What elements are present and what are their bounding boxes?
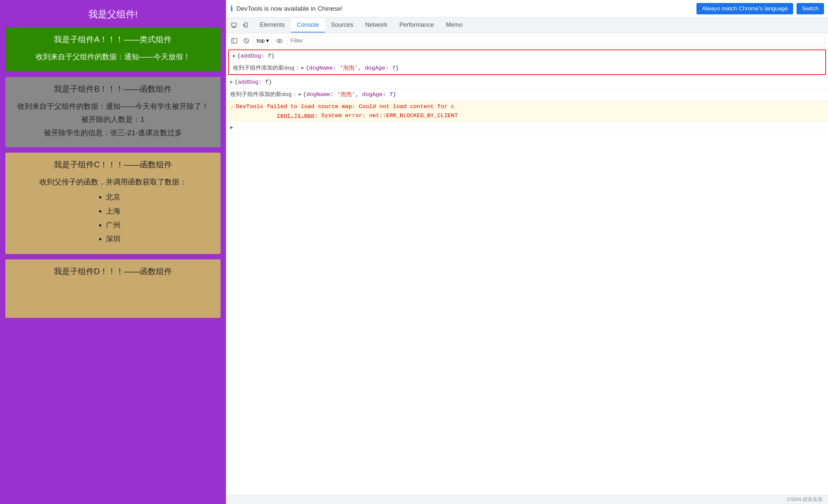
child-a-title: 我是子组件A！！！——类式组件	[13, 34, 212, 45]
warning-text: DevTools failed to load source map: Coul…	[236, 102, 458, 120]
tab-network[interactable]: Network	[359, 18, 393, 33]
tab-memo[interactable]: Memo	[440, 18, 468, 33]
child-b-body: 收到来自于父组件的数据：通知——今天有学生被开除了！ 被开除的人数是：1 被开除…	[13, 100, 212, 139]
console-clear-button[interactable]	[242, 36, 251, 45]
child-c-intro: 收到父传子的函数，并调用函数获取了数据：	[13, 175, 212, 189]
svg-point-10	[279, 40, 280, 42]
child-d-title: 我是子组件D！！！——函数组件	[13, 266, 212, 277]
console-warning-line: ⚠ DevTools failed to load source map: Co…	[226, 101, 828, 122]
svg-point-9	[277, 39, 282, 42]
console-eye-button[interactable]	[275, 36, 284, 45]
chevron-down-icon: ▾	[266, 37, 269, 44]
console-obj-1: {addDog: f}	[237, 51, 275, 60]
console-expand-chevron[interactable]: ▶	[230, 124, 233, 131]
tab-performance[interactable]: Performance	[393, 18, 440, 33]
svg-point-3	[246, 26, 246, 27]
svg-rect-0	[232, 23, 236, 27]
notification-text: DevTools is now available in Chinese!	[236, 5, 693, 12]
bottom-bar: CSDN @东东东	[226, 495, 828, 504]
child-a: 我是子组件A！！！——类式组件 收到来自于父组件的数据：通知——今天放假！	[5, 28, 220, 72]
console-obj-2: {dogName: '泡泡', dogAge: 7}	[305, 64, 399, 73]
inspect-icon[interactable]	[229, 20, 239, 31]
toolbar-icons	[226, 20, 254, 31]
console-context-select[interactable]: top ▾	[254, 36, 272, 45]
console-output: ▶ {addDog: f} 收到子组件添加的新dog： ▶ {dogName: …	[226, 48, 828, 495]
devtools-tabs-bar: Elements Console Sources Network Perform…	[226, 17, 828, 34]
expand-arrow-3[interactable]: ▶	[230, 78, 233, 86]
console-filter-input[interactable]	[287, 36, 825, 46]
tab-console[interactable]: Console	[291, 18, 325, 33]
footer-text: CSDN @东东东	[787, 496, 823, 503]
list-item: 广州	[106, 218, 121, 232]
info-icon: ℹ	[230, 4, 233, 13]
svg-line-8	[245, 39, 248, 42]
console-line-1: ▶ {addDog: f}	[229, 50, 825, 62]
svg-rect-4	[243, 24, 244, 26]
console-line-4: 收到子组件添加的新dog： ▶ {dogName: '泡泡', dogAge: …	[226, 89, 828, 101]
expand-arrow-4[interactable]: ▶	[299, 91, 301, 98]
child-b-line-1: 收到来自于父组件的数据：通知——今天有学生被开除了！	[13, 100, 212, 113]
console-label-1: 收到子组件添加的新dog：	[233, 64, 300, 73]
devtools-panel: ℹ DevTools is now available in Chinese! …	[226, 0, 828, 504]
console-chevron-line: ▶	[226, 122, 828, 134]
console-obj-3: {addDog: f}	[234, 78, 272, 87]
svg-rect-1	[232, 27, 236, 28]
child-b: 我是子组件B！！！——函数组件 收到来自于父组件的数据：通知——今天有学生被开除…	[5, 77, 220, 148]
warning-icon: ⚠	[230, 102, 234, 112]
svg-rect-5	[232, 39, 237, 43]
console-toolbar: top ▾	[226, 34, 828, 48]
console-line-2: 收到子组件添加的新dog： ▶ {dogName: '泡泡', dogAge: …	[229, 62, 825, 74]
child-b-line-2: 被开除的人数是：1	[13, 113, 212, 126]
list-item: 北京	[106, 190, 121, 204]
child-a-body: 收到来自于父组件的数据：通知——今天放假！	[13, 50, 212, 64]
child-c: 我是子组件C！！！——函数组件 收到父传子的函数，并调用函数获取了数据： 北京 …	[5, 153, 220, 254]
device-icon[interactable]	[241, 20, 251, 31]
child-c-body: 收到父传子的函数，并调用函数获取了数据： 北京 上海 广州 深圳	[13, 175, 212, 246]
console-label-2: 收到子组件添加的新dog：	[230, 90, 297, 99]
console-context-label: top	[257, 38, 265, 44]
match-language-button[interactable]: Always match Chrome's language	[697, 3, 793, 14]
child-a-line-1: 收到来自于父组件的数据：通知——今天放假！	[36, 52, 191, 61]
list-item: 深圳	[106, 232, 121, 246]
console-line-3: ▶ {addDog: f}	[226, 76, 828, 88]
console-obj-4: {dogName: '泡泡', dogAge: 7}	[303, 90, 396, 99]
left-panel: 我是父组件! 我是子组件A！！！——类式组件 收到来自于父组件的数据：通知——今…	[0, 0, 226, 504]
child-d: 我是子组件D！！！——函数组件	[5, 259, 220, 318]
parent-title: 我是父组件!	[5, 5, 220, 22]
child-b-title: 我是子组件B！！！——函数组件	[13, 84, 212, 94]
highlighted-console-block: ▶ {addDog: f} 收到子组件添加的新dog： ▶ {dogName: …	[228, 49, 826, 75]
child-c-list: 北京 上海 广州 深圳	[106, 190, 121, 246]
expand-arrow-2[interactable]: ▶	[301, 64, 304, 72]
console-sidebar-button[interactable]	[230, 36, 239, 45]
expand-arrow-1[interactable]: ▶	[233, 52, 236, 59]
child-c-title: 我是子组件C！！！——函数组件	[13, 159, 212, 170]
tab-sources[interactable]: Sources	[325, 18, 359, 33]
switch-button[interactable]: Switch	[796, 3, 824, 14]
devtools-notification: ℹ DevTools is now available in Chinese! …	[226, 0, 828, 17]
tab-elements[interactable]: Elements	[254, 18, 291, 33]
list-item: 上海	[106, 204, 121, 218]
child-b-line-3: 被开除学生的信息：张三-21-逃课次数过多	[13, 126, 212, 139]
